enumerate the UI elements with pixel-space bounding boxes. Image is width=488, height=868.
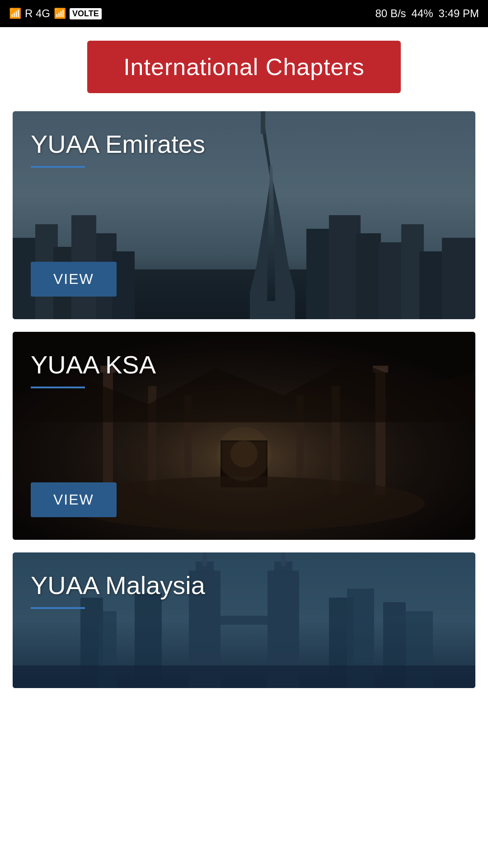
status-bar: 📶 R 4G 📶 VOLTE 80 B/s 44% 3:49 PM bbox=[0, 0, 488, 27]
battery-indicator: 44% bbox=[412, 7, 433, 20]
ksa-underline bbox=[31, 387, 85, 388]
status-right: 80 B/s 44% 3:49 PM bbox=[375, 7, 479, 20]
page-title-button[interactable]: International Chapters bbox=[87, 41, 401, 93]
emirates-title: YUAA Emirates bbox=[31, 129, 457, 159]
ksa-title: YUAA KSA bbox=[31, 350, 457, 379]
malaysia-title: YUAA Malaysia bbox=[31, 571, 457, 600]
clock: 3:49 PM bbox=[439, 7, 479, 20]
malaysia-card-content: YUAA Malaysia bbox=[13, 552, 475, 688]
ksa-view-button[interactable]: VIEW bbox=[31, 482, 117, 517]
emirates-view-button[interactable]: VIEW bbox=[31, 262, 117, 297]
chapter-card-ksa[interactable]: YUAA KSA VIEW bbox=[13, 332, 475, 540]
network-label: R 4G bbox=[25, 7, 50, 20]
signal-icon: 📶 bbox=[9, 8, 21, 19]
emirates-underline bbox=[31, 166, 85, 168]
chapter-card-malaysia[interactable]: YUAA Malaysia bbox=[13, 552, 475, 688]
status-left: 📶 R 4G 📶 VOLTE bbox=[9, 7, 102, 20]
malaysia-underline bbox=[31, 607, 85, 609]
chapter-card-emirates[interactable]: YUAA Emirates VIEW bbox=[13, 111, 475, 319]
chapters-list: YUAA Emirates VIEW bbox=[0, 107, 488, 693]
page-header: International Chapters bbox=[0, 27, 488, 107]
volte-badge: VOLTE bbox=[70, 8, 102, 19]
signal2-icon: 📶 bbox=[54, 8, 66, 19]
network-speed: 80 B/s bbox=[375, 7, 406, 20]
